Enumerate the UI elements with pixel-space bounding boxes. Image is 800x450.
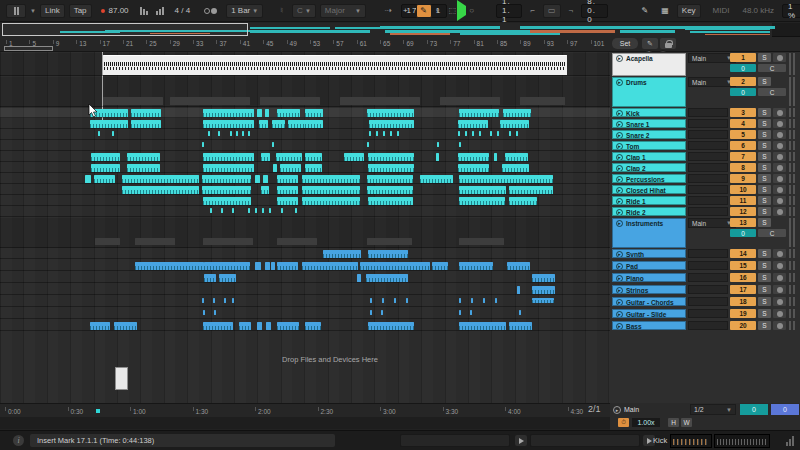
clip-percussions[interactable] xyxy=(420,175,453,183)
clip-guitar-slide[interactable] xyxy=(203,310,205,315)
solo-button[interactable]: S xyxy=(758,53,771,62)
track-header-bass[interactable]: ▸Bass xyxy=(612,321,686,330)
clip-guitar-slide[interactable] xyxy=(370,310,372,315)
playback-speed-value[interactable]: 1.00x xyxy=(632,418,660,427)
clip-percussions[interactable] xyxy=(263,175,268,183)
clip-percussions[interactable] xyxy=(122,175,199,183)
scale-icon[interactable]: ♮ xyxy=(275,4,288,18)
track-number-badge[interactable]: 17 xyxy=(730,285,756,294)
track-header-kick[interactable]: ▸Kick xyxy=(612,108,686,117)
clip-clap-1[interactable] xyxy=(305,153,322,161)
clip-acapella[interactable] xyxy=(103,55,567,75)
solo-button[interactable]: S xyxy=(758,321,771,330)
solo-button[interactable]: S xyxy=(758,152,771,161)
clip-kick[interactable] xyxy=(459,109,499,117)
track-header-guitar-chords[interactable]: ▸Guitar - Chords xyxy=(612,297,686,306)
solo-button[interactable]: S xyxy=(758,218,771,227)
nudge-down-button[interactable] xyxy=(138,4,150,18)
solo-button[interactable]: S xyxy=(758,285,771,294)
preview-waveform-b[interactable] xyxy=(714,434,770,448)
clip-clap-2[interactable] xyxy=(91,164,120,172)
track-header-clap-1[interactable]: ▸Clap 1 xyxy=(612,152,686,161)
clip-ride-2[interactable] xyxy=(269,208,271,213)
master-pan-value[interactable]: 0 xyxy=(740,404,768,415)
device-slot[interactable] xyxy=(688,321,728,330)
clip-snare-2[interactable] xyxy=(465,131,467,136)
cpu-meter[interactable]: 1 % xyxy=(782,4,800,18)
clip-kick[interactable] xyxy=(257,109,262,117)
floating-audio-clip[interactable] xyxy=(115,367,128,390)
arm-button[interactable] xyxy=(773,249,786,258)
clip-clap-1[interactable] xyxy=(368,153,414,161)
solo-button[interactable]: S xyxy=(758,130,771,139)
track-header-snare-2[interactable]: ▸Snare 2 xyxy=(612,130,686,139)
clip-snare-2[interactable] xyxy=(509,131,511,136)
clip-strings[interactable] xyxy=(517,286,520,294)
chevron-down-icon[interactable]: ▼ xyxy=(30,8,36,14)
clip-snare-2[interactable] xyxy=(390,131,392,136)
solo-button[interactable]: S xyxy=(758,108,771,117)
selection-box-icon[interactable]: ⬚ xyxy=(444,4,462,18)
clip-closed-hihat[interactable] xyxy=(202,186,251,194)
clip-guitar-chords[interactable] xyxy=(394,298,396,303)
clip-guitar-chords[interactable] xyxy=(471,298,473,303)
clip-guitar-slide[interactable] xyxy=(381,310,383,315)
clip-bass[interactable] xyxy=(305,322,321,330)
clip-kick[interactable] xyxy=(203,109,254,117)
clip-guitar-slide[interactable] xyxy=(459,310,461,315)
clip-ride-2[interactable] xyxy=(232,208,234,213)
clip-guitar-chords[interactable] xyxy=(495,298,497,303)
clip-bass[interactable] xyxy=(239,322,251,330)
device-slot[interactable] xyxy=(688,163,728,172)
clip-snare-1[interactable] xyxy=(90,120,128,128)
output-routing-menu[interactable]: Main▼ xyxy=(688,53,736,63)
track-play-icon[interactable]: ▸ xyxy=(616,263,623,270)
clip-snare-1[interactable] xyxy=(500,120,529,128)
clip-snare-1[interactable] xyxy=(131,120,161,128)
device-slot[interactable] xyxy=(688,119,728,128)
track-play-icon[interactable]: ▸ xyxy=(616,251,623,258)
track-number-badge[interactable]: 13 xyxy=(730,218,756,227)
track-number-badge[interactable]: 11 xyxy=(730,196,756,205)
clip-kick[interactable] xyxy=(503,109,531,117)
clip-drums[interactable] xyxy=(520,97,565,105)
tempo-follower-icon[interactable]: ⏱ xyxy=(618,418,629,427)
browser-preview-field[interactable] xyxy=(530,434,640,447)
solo-button[interactable]: S xyxy=(758,273,771,282)
device-slot[interactable] xyxy=(688,108,728,117)
track-header-snare-1[interactable]: ▸Snare 1 xyxy=(612,119,686,128)
clip-tom[interactable] xyxy=(437,142,439,147)
track-header-instruments[interactable]: ▸Instruments xyxy=(612,218,686,248)
device-slot[interactable] xyxy=(688,130,728,139)
groove-pool-field[interactable] xyxy=(400,434,510,447)
tap-tempo-button[interactable]: Tap xyxy=(69,4,92,18)
clip-percussions[interactable] xyxy=(94,175,115,183)
track-number-badge[interactable]: 18 xyxy=(730,297,756,306)
solo-button[interactable]: S xyxy=(758,185,771,194)
clip-clap-2[interactable] xyxy=(368,164,414,172)
track-header-drums[interactable]: ▸Drums xyxy=(612,77,686,107)
clip-ride-2[interactable] xyxy=(221,208,223,213)
device-slot[interactable] xyxy=(688,185,728,194)
track-header-clap-2[interactable]: ▸Clap 2 xyxy=(612,163,686,172)
midi-map-button[interactable]: MIDI xyxy=(708,4,735,18)
clip-instruments[interactable] xyxy=(135,238,175,245)
track-number-badge[interactable]: 20 xyxy=(730,321,756,330)
arm-button[interactable] xyxy=(773,207,786,216)
clip-snare-2[interactable] xyxy=(516,131,518,136)
clip-clap-2[interactable] xyxy=(502,164,529,172)
link-button[interactable]: Link xyxy=(40,4,65,18)
track-number-badge[interactable]: 19 xyxy=(730,309,756,318)
clip-pad[interactable] xyxy=(302,262,358,270)
clip-snare-2[interactable] xyxy=(479,131,481,136)
track-header-guitar-slide[interactable]: ▸Guitar - Slide xyxy=(612,309,686,318)
clip-pad[interactable] xyxy=(265,262,270,270)
track-width-button[interactable]: W xyxy=(681,418,692,427)
track-play-icon[interactable]: ▸ xyxy=(616,176,623,183)
clip-pad[interactable] xyxy=(459,262,493,270)
clip-percussions[interactable] xyxy=(85,175,91,183)
highlight-grid-button[interactable]: ▦ xyxy=(656,4,674,18)
clip-tom[interactable] xyxy=(202,142,204,147)
track-number-badge[interactable]: 5 xyxy=(730,130,756,139)
clip-snare-2[interactable] xyxy=(218,131,220,136)
